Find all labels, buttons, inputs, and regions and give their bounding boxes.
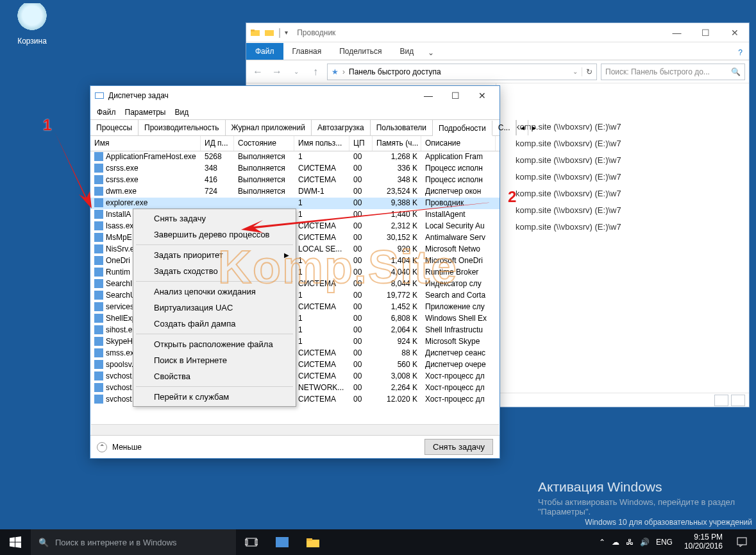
menu-separator bbox=[136, 244, 293, 245]
recycle-bin[interactable]: Корзина bbox=[10, 3, 55, 46]
search-icon[interactable]: 🔍 bbox=[731, 67, 741, 76]
process-icon bbox=[94, 244, 103, 253]
process-row[interactable]: csrss.exe416ВыполняетсяСИСТЕМА00348 KПро… bbox=[90, 175, 500, 186]
process-cell: 00 bbox=[349, 302, 373, 313]
process-row[interactable]: explorer.exe1009,388 KПроводник bbox=[90, 198, 500, 209]
tab-home[interactable]: Главная bbox=[283, 43, 331, 60]
frequent-item[interactable]: komp.site (\\vboxsrv) (E:)\w7 bbox=[516, 222, 743, 232]
qat-dropdown-icon[interactable]: ▾ bbox=[285, 29, 288, 36]
explorer-search-input[interactable]: Поиск: Панель быстрого до... 🔍 bbox=[601, 64, 745, 80]
context-menu-item[interactable]: Задать сходство bbox=[135, 263, 294, 279]
tab-scroll-left-icon[interactable]: ◂ bbox=[516, 120, 528, 135]
taskmgr-tab[interactable]: Подробности bbox=[433, 121, 492, 136]
minimize-button[interactable]: — bbox=[415, 87, 442, 104]
taskmgr-tab[interactable]: Пользователи bbox=[371, 120, 433, 135]
close-button[interactable]: ✕ bbox=[720, 24, 749, 42]
tab-scroll-right-icon[interactable]: ▸ bbox=[528, 120, 539, 135]
onedrive-icon[interactable]: ☁ bbox=[612, 538, 619, 547]
context-menu-item[interactable]: Создать файл дампа bbox=[135, 316, 294, 332]
end-task-button[interactable]: Снять задачу bbox=[424, 439, 493, 455]
taskbar-search-input[interactable]: 🔍 Поиск в интернете и в Windows bbox=[31, 529, 236, 555]
volume-icon[interactable]: 🔊 bbox=[640, 538, 650, 547]
taskbar-explorer-icon[interactable] bbox=[298, 529, 328, 555]
action-center-button[interactable] bbox=[728, 529, 756, 555]
frequent-item[interactable]: komp.site (\\vboxsrv) (E:)\w7 bbox=[516, 172, 743, 182]
folder-plus-icon[interactable] bbox=[264, 28, 274, 38]
horizontal-scrollbar[interactable] bbox=[91, 424, 499, 435]
context-menu-item[interactable]: Свойства bbox=[135, 368, 294, 384]
tab-share[interactable]: Поделиться bbox=[330, 43, 391, 60]
chevron-up-icon[interactable]: ⌃ bbox=[97, 442, 107, 452]
tray-chevron-up-icon[interactable]: ⌃ bbox=[599, 538, 605, 547]
minimize-button[interactable]: — bbox=[662, 24, 691, 42]
frequent-item[interactable]: komp.site (\\vboxsrv) (E:)\w7 bbox=[516, 205, 743, 215]
taskmgr-tab[interactable]: Производительность bbox=[139, 120, 225, 135]
column-header[interactable]: Имя bbox=[90, 136, 201, 151]
taskmgr-tab[interactable]: Автозагрузка bbox=[312, 120, 371, 135]
process-cell: СИСТЕМА bbox=[294, 394, 349, 406]
task-view-button[interactable] bbox=[236, 529, 267, 555]
process-icon bbox=[94, 175, 103, 184]
refresh-icon[interactable]: ↻ bbox=[582, 67, 592, 76]
taskbar-clock[interactable]: 9:15 PM 10/20/2016 bbox=[679, 533, 728, 551]
start-button[interactable] bbox=[0, 529, 31, 555]
frequent-item[interactable]: komp.site (\\vboxsrv) (E:)\w7 bbox=[516, 122, 743, 132]
explorer-titlebar[interactable]: | ▾ Проводник — ☐ ✕ bbox=[246, 23, 749, 42]
context-menu-item[interactable]: Перейти к службам bbox=[135, 389, 294, 405]
nav-up-icon[interactable]: ↑ bbox=[308, 64, 323, 80]
help-icon[interactable]: ? bbox=[732, 46, 749, 60]
taskmgr-tab[interactable]: Журнал приложений bbox=[226, 120, 312, 135]
process-cell: 00 bbox=[349, 290, 373, 302]
menu-file[interactable]: Файл bbox=[97, 108, 116, 117]
process-cell: csrss.exe bbox=[90, 175, 201, 186]
context-menu-item[interactable]: Задать приоритет▶ bbox=[135, 247, 294, 263]
nav-forward-icon[interactable]: → bbox=[269, 64, 285, 80]
process-cell bbox=[234, 198, 294, 209]
tab-view[interactable]: Вид bbox=[391, 43, 423, 60]
language-indicator[interactable]: ENG bbox=[656, 538, 673, 547]
taskmgr-tab[interactable]: С... bbox=[492, 120, 517, 135]
column-header[interactable]: ИД п... bbox=[201, 136, 234, 151]
context-menu-item[interactable]: Снять задачу bbox=[135, 210, 294, 226]
context-menu-item[interactable]: Анализ цепочки ожидания bbox=[135, 284, 294, 300]
process-cell: 12.020 K bbox=[373, 394, 421, 406]
menu-view[interactable]: Вид bbox=[174, 108, 189, 117]
search-icon: 🔍 bbox=[38, 538, 49, 547]
column-header[interactable]: Состояние bbox=[234, 136, 294, 151]
clock-date: 10/20/2016 bbox=[684, 542, 723, 551]
taskmgr-tab[interactable]: Процессы bbox=[90, 120, 139, 135]
menu-options[interactable]: Параметры bbox=[125, 108, 166, 117]
context-menu-item[interactable]: Поиск в Интернете bbox=[135, 352, 294, 368]
view-details-icon[interactable] bbox=[714, 395, 728, 406]
view-large-icon[interactable] bbox=[731, 395, 745, 406]
context-menu-item[interactable]: Открыть расположение файла bbox=[135, 336, 294, 352]
breadcrumb[interactable]: ★ › Панель быстрого доступа ⌄ ↻ bbox=[327, 64, 597, 80]
process-cell: 724 bbox=[201, 186, 234, 198]
tab-file[interactable]: Файл bbox=[246, 43, 283, 60]
network-icon[interactable]: 🖧 bbox=[626, 538, 634, 547]
taskbar-taskmgr-icon[interactable] bbox=[267, 529, 298, 555]
context-menu-item[interactable]: Виртуализация UAC bbox=[135, 300, 294, 316]
frequent-item[interactable]: komp.site (\\vboxsrv) (E:)\w7 bbox=[516, 189, 743, 198]
nav-back-icon[interactable]: ← bbox=[250, 64, 265, 80]
taskmgr-titlebar[interactable]: Диспетчер задач — ☐ ✕ bbox=[90, 86, 500, 105]
process-row[interactable]: csrss.exe348ВыполняетсяСИСТЕМА00336 KПро… bbox=[90, 163, 500, 175]
process-cell: Local Security Au bbox=[421, 221, 496, 232]
column-header[interactable]: Описание bbox=[421, 136, 496, 151]
ribbon-expand-icon[interactable]: ⌄ bbox=[423, 46, 439, 60]
star-icon: ★ bbox=[332, 67, 339, 76]
context-menu-item[interactable]: Завершить дерево процессов bbox=[135, 226, 294, 243]
nav-history-icon[interactable]: ⌄ bbox=[289, 64, 304, 80]
menu-separator bbox=[136, 281, 293, 282]
process-row[interactable]: ApplicationFrameHost.exe5268Выполняется1… bbox=[90, 151, 500, 163]
maximize-button[interactable]: ☐ bbox=[442, 87, 469, 104]
column-header[interactable]: Память (ч... bbox=[373, 136, 421, 151]
frequent-item[interactable]: komp.site (\\vboxsrv) (E:)\w7 bbox=[516, 155, 743, 165]
frequent-item[interactable]: komp.site (\\vboxsrv) (E:)\w7 bbox=[516, 139, 743, 148]
maximize-button[interactable]: ☐ bbox=[691, 24, 720, 42]
column-header[interactable]: ЦП bbox=[349, 136, 373, 151]
process-row[interactable]: dwm.exe724ВыполняетсяDWM-10023,524 KДисп… bbox=[90, 186, 500, 198]
close-button[interactable]: ✕ bbox=[469, 87, 496, 104]
fewer-details-button[interactable]: Меньше bbox=[112, 443, 142, 452]
column-header[interactable]: Имя польз... bbox=[294, 136, 349, 151]
